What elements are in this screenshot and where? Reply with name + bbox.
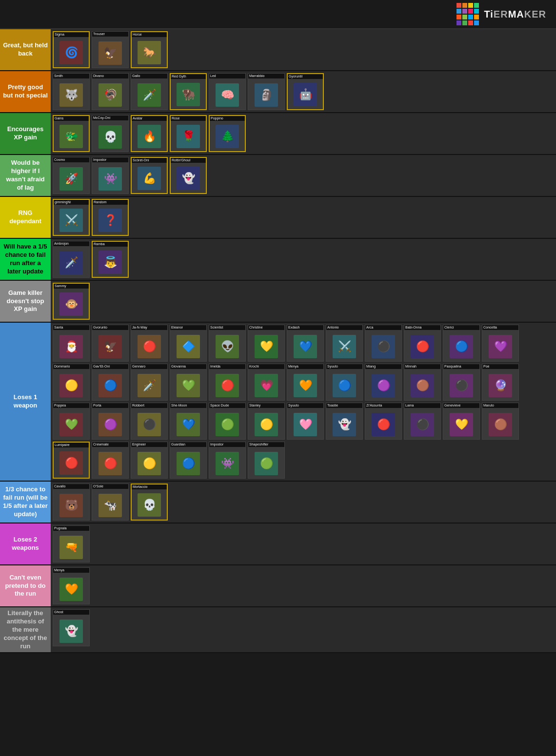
sprite-icon: 💙: [177, 413, 200, 436]
item-cell-marrabbio[interactable]: Marrabbio🗿: [248, 73, 285, 110]
item-cell-poppea[interactable]: Poppea💚: [53, 403, 90, 440]
item-cell-miang[interactable]: Miang🟣: [365, 364, 402, 401]
item-sprite: 🧡: [290, 371, 321, 400]
item-sprite: 🐻: [56, 491, 87, 520]
item-cell-mccoy-oni[interactable]: McCoy-Oni💀: [92, 115, 129, 152]
item-sprite: 💀: [134, 490, 165, 520]
item-cell-babi-onna[interactable]: Babi-Onna🔴: [404, 325, 441, 362]
item-cell-avatar[interactable]: Avatar🔥: [131, 115, 168, 152]
item-cell-guardian[interactable]: Guardian🔵: [170, 442, 207, 479]
item-cell-impostor[interactable]: Impostor👾: [209, 442, 246, 479]
item-cell-pugnala[interactable]: Pugnala🔫: [53, 525, 90, 562]
item-cell-porta[interactable]: Porta🟣: [92, 403, 129, 440]
sprite-icon: 💀: [99, 125, 122, 149]
item-cell-krochi[interactable]: Krochi💗: [248, 364, 285, 401]
item-cell-maruto[interactable]: Maruto🟤: [482, 403, 519, 440]
item-cell-lumipaire[interactable]: Lumipaire🔴: [53, 442, 90, 479]
item-cell-zi-assunta[interactable]: Zi'Assunta🔴: [365, 403, 402, 440]
item-cell-gennaro[interactable]: Gennaro🗡️: [131, 364, 168, 401]
item-cell-ghost[interactable]: Ghost👻: [53, 609, 90, 646]
item-cell-impostor[interactable]: Impostor👾: [92, 157, 129, 194]
item-cell-ramba[interactable]: Ramba👼: [92, 241, 129, 278]
sprite-icon: 🐄: [99, 494, 122, 517]
sprite-icon: 🌲: [216, 125, 239, 148]
item-cell-smith[interactable]: Smith🐺: [53, 73, 90, 110]
item-cell-exdash[interactable]: Exdash💙: [287, 325, 324, 362]
item-cell-horse[interactable]: Horse🐎: [131, 31, 168, 68]
tier-label-tier-loses1: Loses 1 weapon: [0, 323, 51, 481]
item-cell-pasqualina[interactable]: Pasqualina⚫: [443, 364, 480, 401]
item-cell-menya[interactable]: Menya🧡: [53, 567, 90, 604]
item-cell-sammy[interactable]: Sammy🐵: [53, 283, 90, 320]
item-cell-poppino[interactable]: Poppino🌲: [209, 115, 246, 152]
item-cell-cavallo[interactable]: Cavallo🐻: [53, 484, 90, 521]
item-name-label: Arca: [365, 325, 401, 330]
item-cell-genevieve[interactable]: Genevieve💛: [443, 403, 480, 440]
item-cell-crewmate[interactable]: Crewmate🔴: [92, 442, 129, 479]
item-name-label: Lama: [404, 403, 440, 408]
item-cell-space-dude[interactable]: Space Dude🟢: [209, 403, 246, 440]
item-cell-christine[interactable]: Christine💛: [248, 325, 285, 362]
item-cell-mortaccio[interactable]: Mortaccio💀: [131, 484, 168, 521]
item-cell-rottin-ghoul[interactable]: Rottin'Ghoul👻: [170, 157, 207, 194]
item-name-label: Pugnala: [53, 526, 89, 531]
item-cell-stanley[interactable]: Stanley🟡: [248, 403, 285, 440]
tier-items-tier-third: Cavallo🐻O'Sole🐄Mortaccio💀: [51, 482, 556, 523]
item-cell-led[interactable]: Led🧠: [209, 73, 246, 110]
item-cell-clerici[interactable]: Clerici🔵: [443, 325, 480, 362]
tier-label-tier-rng: RNG dependant: [0, 197, 51, 238]
item-sprite: ⚫: [368, 332, 399, 361]
item-cell-ja-n-way[interactable]: Ja-N-Way🔴: [131, 325, 168, 362]
item-cell-ambrojon[interactable]: Ambrojon🗡️: [53, 241, 90, 278]
item-cell-dommario[interactable]: Dommario🟡: [53, 364, 90, 401]
item-cell-gyoruntil[interactable]: Gyoruntil🤖: [287, 73, 324, 110]
item-cell-imelda[interactable]: Imelda🔴: [209, 364, 246, 401]
item-cell-giovanna[interactable]: Giovanna💚: [170, 364, 207, 401]
item-cell-santa[interactable]: Santa🎅: [53, 325, 90, 362]
item-cell-o-sole[interactable]: O'Sole🐄: [92, 484, 129, 521]
item-sprite: 🤖: [290, 80, 321, 109]
item-cell-menya[interactable]: Menya🧡: [287, 364, 324, 401]
item-cell-sigma[interactable]: Sigma🌀: [53, 31, 90, 68]
item-cell-syuuto[interactable]: Syuuto🔵: [326, 364, 363, 401]
item-cell-red-gyth[interactable]: Red Gyth🦬: [170, 73, 207, 110]
item-sprite: 🔵: [95, 371, 126, 400]
item-cell-divano[interactable]: Divano🦃: [92, 73, 129, 110]
sprite-icon: 🎅: [60, 335, 83, 358]
item-cell-antonio[interactable]: Antonio⚔️: [326, 325, 363, 362]
item-cell-shapeshifter[interactable]: Shapeshifter🟢: [248, 442, 285, 479]
item-sprite: 👾: [212, 449, 243, 478]
tier-label-tier-antithesis: Literally the antithesis of the mere con…: [0, 607, 51, 652]
item-cell-lama[interactable]: Lama⚫: [404, 403, 441, 440]
item-cell-gav-et-oni[interactable]: Gav'Et-Oni🔵: [92, 364, 129, 401]
item-cell-syuuto[interactable]: Syuuto🩷: [287, 403, 324, 440]
item-cell-engineer[interactable]: Engineer🟡: [131, 442, 168, 479]
sprite-icon: 🧡: [60, 578, 83, 601]
item-cell-she-moon[interactable]: She-Moon💙: [170, 403, 207, 440]
sprite-icon: 🟤: [411, 374, 434, 397]
item-cell-gains[interactable]: Gains🐲: [53, 115, 90, 152]
item-cell-scientist[interactable]: Scientist👽: [209, 325, 246, 362]
sprite-icon: 💚: [60, 413, 83, 436]
item-cell-gimmingni[interactable]: gimmingNi⚔️: [53, 199, 90, 236]
item-cell-arca[interactable]: Arca⚫: [365, 325, 402, 362]
item-cell-eleanor[interactable]: Eleanor🔷: [170, 325, 207, 362]
item-sprite: 🦅: [95, 39, 126, 68]
item-cell-cosmo[interactable]: Cosmo🚀: [53, 157, 90, 194]
item-cell-sc-ret-oni[interactable]: Scòret-Oni💪: [131, 157, 168, 194]
tier-label-tier-pretty: Pretty good but not special: [0, 71, 51, 112]
item-cell-toastie[interactable]: Toastie👻: [326, 403, 363, 440]
item-name-label: Gennaro: [131, 364, 167, 369]
item-cell-trouser[interactable]: Trouser🦅: [92, 31, 129, 68]
item-cell-gvorunto[interactable]: Gvorunto🦅: [92, 325, 129, 362]
item-cell-random[interactable]: Random❓: [92, 199, 129, 236]
item-cell-gallo[interactable]: Gallo🗡️: [131, 73, 168, 110]
item-cell-concetta[interactable]: Concetta💜: [482, 325, 519, 362]
tier-items-tier-killer: Sammy🐵: [51, 281, 556, 322]
item-cell-minnah[interactable]: Minnah🟤: [404, 364, 441, 401]
item-cell-robbert[interactable]: Robbert⚫: [131, 403, 168, 440]
item-sprite: 🟢: [251, 449, 282, 478]
item-cell-rose[interactable]: Rose🌹: [170, 115, 207, 152]
item-sprite: 🔴: [56, 448, 87, 478]
item-cell-poe[interactable]: Poe🔮: [482, 364, 519, 401]
